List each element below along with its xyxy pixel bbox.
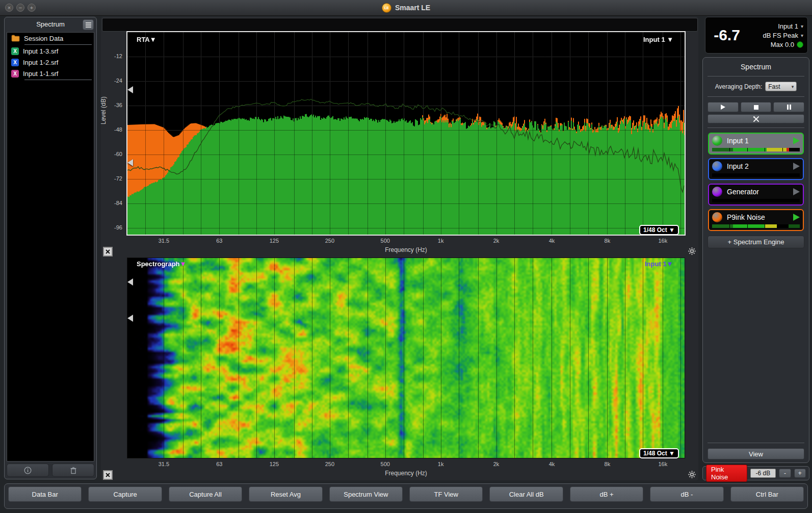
- rta-close-button[interactable]: [103, 247, 113, 256]
- channel-level-meter: [712, 148, 800, 151]
- rta-threshold-handle-upper[interactable]: [127, 86, 133, 93]
- divider: [708, 127, 804, 128]
- chevron-down-icon: ▾: [792, 84, 794, 89]
- channel-strip-generator[interactable]: Generator: [708, 184, 804, 206]
- spectrograph-input-dropdown[interactable]: Input 1▼: [645, 260, 673, 268]
- srf-file-icon: X: [11, 47, 19, 55]
- axis-tick-label: 8k: [605, 461, 611, 467]
- channel-play-icon[interactable]: [793, 137, 800, 144]
- averaging-depth-select[interactable]: Fast▾: [765, 82, 797, 91]
- rta-x-axis-title: Frequency (Hz): [127, 246, 685, 253]
- axis-tick-label: -36: [114, 102, 122, 108]
- sidebar-title: Spectrum: [36, 20, 65, 28]
- session-data-folder[interactable]: Session Data: [7, 33, 94, 44]
- stop-button[interactable]: [741, 102, 772, 112]
- tf-view-button[interactable]: TF View: [409, 486, 483, 502]
- rta-threshold-handle-lower[interactable]: [127, 159, 133, 166]
- delete-file-button[interactable]: [52, 464, 94, 477]
- meter-tick: [782, 173, 783, 177]
- view-button[interactable]: View: [708, 448, 804, 459]
- file-info-button[interactable]: [7, 464, 49, 477]
- meter-channel-dropdown[interactable]: Input 1▾: [748, 22, 803, 30]
- chevron-down-icon: ▾: [801, 33, 803, 38]
- rta-type-dropdown[interactable]: RTA▼: [137, 36, 156, 43]
- signal-status-led: [797, 41, 803, 48]
- meter-tick: [782, 224, 783, 228]
- close-x-icon: [106, 249, 110, 254]
- meter-tick: [729, 173, 730, 177]
- data-bar-button[interactable]: Data Bar: [8, 486, 82, 502]
- meter-tick: [782, 148, 783, 151]
- meter-segment: [712, 199, 800, 202]
- capture-button[interactable]: Capture: [88, 486, 162, 502]
- axis-tick-label: 125: [270, 238, 279, 244]
- reset-avg-button[interactable]: Reset Avg: [249, 486, 322, 502]
- file-name: Input 1-2.srf: [23, 59, 58, 66]
- engine-settings-button[interactable]: [708, 114, 804, 123]
- rta-settings-gear-icon[interactable]: [688, 247, 696, 255]
- meter-tick: [729, 224, 730, 228]
- list-item[interactable]: X Input 1-3.srf: [7, 45, 94, 57]
- pause-button[interactable]: [773, 102, 804, 112]
- channel-strip-pink-noise[interactable]: P9ink Noise: [708, 209, 804, 231]
- channel-strip-input-2[interactable]: Input 2: [708, 158, 804, 180]
- axis-tick-label: 2k: [493, 461, 500, 467]
- spectrograph-close-button[interactable]: [103, 470, 113, 480]
- generator-level-decrease-button[interactable]: -: [779, 469, 791, 478]
- axis-tick-label: -96: [114, 224, 122, 230]
- spectrograph-type-dropdown[interactable]: Spectrograph▼: [137, 260, 186, 268]
- file-name: Input 1-3.srf: [23, 47, 58, 55]
- spectrum-control-panel: Spectrum Averaging Depth: Fast▾ Input 1: [702, 57, 809, 463]
- window-title: Smaart LE: [395, 4, 430, 12]
- axis-tick-label: 4k: [549, 461, 555, 467]
- spectrum-view-button[interactable]: Spectrum View: [329, 486, 403, 502]
- channel-strip-input-1[interactable]: Input 1: [708, 133, 804, 155]
- db-plus-button[interactable]: dB +: [570, 486, 643, 502]
- smaart-le-window: × − + LE Smaart LE Spectrum Session Data…: [0, 0, 812, 513]
- rta-banding-dropdown[interactable]: 1/48 Oct ▼: [639, 225, 679, 235]
- channel-play-icon[interactable]: [793, 214, 800, 221]
- meter-tick: [729, 199, 730, 202]
- axis-tick-label: 500: [381, 238, 390, 244]
- rta-y-axis: -12-24-36-48-60-72-84-96: [101, 32, 124, 235]
- close-x-icon: [106, 473, 110, 477]
- spectrograph-range-handle-lower[interactable]: [127, 315, 133, 322]
- spectrograph-settings-gear-icon[interactable]: [688, 470, 696, 479]
- db-minus-button[interactable]: dB -: [650, 486, 723, 502]
- meter-tick: [782, 199, 783, 202]
- input-level-meter-panel: -6.7 Input 1▾ dB FS Peak▾ Max 0.0: [705, 17, 808, 54]
- play-button[interactable]: [708, 102, 739, 112]
- list-item[interactable]: X Input 1-2.srf: [7, 57, 94, 68]
- channel-play-icon[interactable]: [793, 188, 800, 195]
- divider: [24, 44, 92, 45]
- axis-tick-label: 16k: [658, 461, 667, 467]
- pink-noise-toggle-button[interactable]: Pink Noise: [706, 465, 747, 482]
- axis-tick-label: -12: [114, 53, 122, 59]
- clear-all-db-button[interactable]: Clear All dB: [489, 486, 563, 502]
- meter-tick: [765, 224, 765, 228]
- divider: [24, 80, 92, 80]
- peak-level-value: -6.7: [705, 27, 748, 44]
- axis-tick-label: 63: [216, 461, 222, 467]
- spectrograph-plot[interactable]: [127, 258, 685, 458]
- rta-input-dropdown[interactable]: Input 1 ▼: [643, 36, 673, 43]
- channel-play-icon[interactable]: [793, 163, 800, 170]
- capture-all-button[interactable]: Capture All: [169, 486, 242, 502]
- list-item[interactable]: X Input 1-1.srf: [7, 68, 94, 79]
- ctrl-bar-button[interactable]: Ctrl Bar: [730, 486, 804, 502]
- meter-segment: [789, 224, 800, 228]
- sidebar-menu-button[interactable]: [83, 19, 94, 30]
- pause-icon: [787, 102, 792, 112]
- meter-mode-dropdown[interactable]: dB FS Peak▾: [748, 32, 803, 39]
- rta-plot[interactable]: [127, 32, 685, 235]
- meter-segment: [712, 173, 800, 177]
- folder-icon: [11, 35, 20, 42]
- add-spectrum-engine-button[interactable]: + Spectrum Engine: [708, 236, 804, 248]
- graph-header-strip: [102, 18, 698, 32]
- generator-level-increase-button[interactable]: +: [794, 469, 806, 478]
- spectrograph-banding-dropdown[interactable]: 1/48 Oct ▼: [639, 448, 679, 458]
- axis-tick-label: 4k: [549, 238, 555, 244]
- signal-generator-bar: Pink Noise -6 dB - +: [702, 466, 809, 480]
- channel-name: Input 2: [727, 162, 789, 170]
- spectrograph-range-handle-upper[interactable]: [127, 278, 133, 286]
